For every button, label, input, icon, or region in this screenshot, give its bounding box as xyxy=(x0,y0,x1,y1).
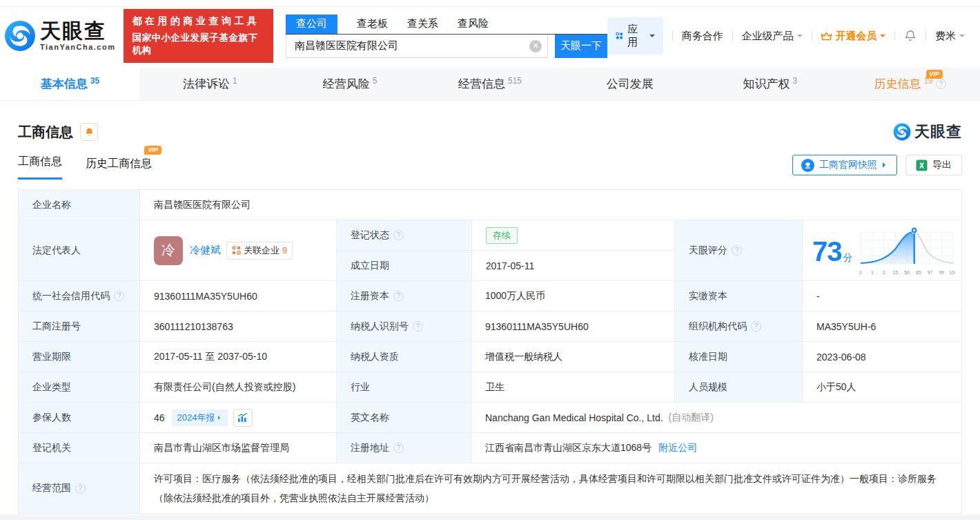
english-name-value: Nanchang Gan Medical Hospital Co., Ltd. xyxy=(485,412,663,423)
grid-apps-icon xyxy=(616,30,623,41)
search-input[interactable] xyxy=(286,35,548,58)
help-icon[interactable]: ? xyxy=(75,483,86,494)
table-row: 参保人数 46 2024年报 xyxy=(19,403,961,433)
field-label: 人员规模 xyxy=(674,372,802,402)
legal-rep-avatar[interactable]: 冷 xyxy=(154,236,183,265)
svg-text:1: 1 xyxy=(870,270,873,275)
field-label: 经营范围? xyxy=(19,463,139,513)
field-label: 成立日期 xyxy=(337,251,471,280)
apps-label: 应用 xyxy=(627,23,642,49)
bell-icon xyxy=(84,127,95,137)
chevron-down-icon xyxy=(959,35,965,40)
company-type-value: 有限责任公司(自然人投资或控股) xyxy=(139,372,336,402)
annual-report-badge[interactable]: 2024年报 xyxy=(172,410,228,426)
brand-watermark: 天眼查 xyxy=(893,122,962,142)
help-icon[interactable]: ? xyxy=(393,291,404,301)
org-code-value: MA35Y5UH-6 xyxy=(802,311,961,341)
svg-text:50: 50 xyxy=(904,270,910,275)
nav-open-membership[interactable]: 开通会员 xyxy=(821,30,885,43)
taxpayer-quality-value: 增值税一般纳税人 xyxy=(471,342,674,372)
help-icon[interactable]: ? xyxy=(114,291,124,301)
svg-text:0: 0 xyxy=(859,270,862,275)
tab-intellectual-property[interactable]: 知识产权3 xyxy=(700,68,840,100)
tab-business-info[interactable]: 经营信息515 xyxy=(420,68,560,100)
trend-chart-button[interactable] xyxy=(233,409,253,427)
header: 天眼查 TianYanCha.com 都在用的商业查询工具 国家中小企业发展子基… xyxy=(0,7,980,68)
table-row: 企业名称 南昌赣医医院有限公司 xyxy=(19,190,961,220)
svg-text:85: 85 xyxy=(916,270,921,275)
table-row: 经营范围? 许可项目：医疗服务（依法须经批准的项目，经相关部门批准后在许可有效期… xyxy=(19,463,961,513)
related-companies-badge[interactable]: 关联企业 9 xyxy=(226,242,293,260)
help-icon[interactable]: ? xyxy=(393,443,404,453)
field-label: 登记机关 xyxy=(19,433,139,463)
field-label: 组织机构代码? xyxy=(674,311,802,341)
subtab-business-registration[interactable]: 工商信息 xyxy=(18,155,62,180)
search-tab-relation[interactable]: 查关系 xyxy=(407,15,438,34)
field-label: 注册资本? xyxy=(336,281,471,311)
search-button[interactable]: 天眼一下 xyxy=(555,35,607,58)
tab-basic-info[interactable]: 基本信息35 xyxy=(0,68,140,100)
reg-number-value: 360111210138763 xyxy=(139,311,336,341)
reg-address-value: 江西省南昌市青山湖区京东大道1068号 xyxy=(485,442,651,454)
tab-business-risk[interactable]: 经营风险5 xyxy=(280,68,420,100)
nav-cooperation[interactable]: 商务合作 xyxy=(682,30,723,43)
subtab-history-registration[interactable]: VIP 历史工商信息 xyxy=(86,157,152,180)
notifications-bell[interactable] xyxy=(904,30,917,42)
stamp-icon xyxy=(801,159,814,172)
score-unit: 分 xyxy=(843,252,853,264)
credit-code-value: 91360111MA35Y5UH60 xyxy=(139,281,336,311)
search-tab-risk[interactable]: 查风险 xyxy=(458,15,489,34)
table-row: 登记机关 南昌市青山湖区市场监督管理局 注册地址? 江西省南昌市青山湖区京东大道… xyxy=(19,433,961,463)
network-icon xyxy=(232,246,241,255)
score-distribution-chart: 0131550859799100 xyxy=(859,226,955,277)
help-icon[interactable]: ? xyxy=(413,321,423,331)
official-snapshot-button[interactable]: 工商官网快照 xyxy=(792,155,897,175)
search-tab-company[interactable]: 查公司 xyxy=(286,15,337,34)
tianyancha-logo[interactable]: 天眼查 TianYanCha.com xyxy=(4,20,115,52)
chevron-down-icon xyxy=(649,35,655,40)
help-icon[interactable]: ? xyxy=(732,245,742,256)
field-label: 纳税人识别号? xyxy=(336,311,471,341)
svg-text:15: 15 xyxy=(892,270,898,275)
nearby-companies-link[interactable]: 附近公司 xyxy=(658,442,697,454)
logo-brand: 天眼查 xyxy=(40,21,115,41)
svg-text:3: 3 xyxy=(882,270,885,275)
field-label: 统一社会信用代码? xyxy=(19,281,139,311)
help-icon[interactable]: ? xyxy=(936,79,946,89)
english-name-cell: Nanchang Gan Medical Hospital Co., Ltd. … xyxy=(471,403,961,432)
user-menu[interactable]: 费米 xyxy=(935,30,965,43)
tab-legal-proceedings[interactable]: 法律诉讼1 xyxy=(140,68,280,100)
nav-enterprise-products[interactable]: 企业级产品 xyxy=(742,30,803,43)
tab-history-info[interactable]: VIP 历史信息19 ? xyxy=(840,68,980,100)
field-label: 企业类型 xyxy=(19,372,139,402)
help-icon[interactable]: ? xyxy=(393,230,404,240)
approval-date-value: 2023-06-08 xyxy=(802,342,961,372)
username: 费米 xyxy=(935,30,956,43)
reg-capital-value: 1000万人民币 xyxy=(471,281,674,311)
legal-rep-name-link[interactable]: 冷健斌 xyxy=(190,244,221,257)
chevron-down-icon xyxy=(797,35,803,40)
promo-line1: 都在用的商业查询工具 xyxy=(132,15,265,28)
field-label: 实缴资本 xyxy=(674,281,802,311)
tianyancha-logo-icon xyxy=(4,20,36,52)
paid-capital-value: - xyxy=(802,281,961,311)
help-icon[interactable]: ? xyxy=(751,321,761,331)
main-content: 工商信息 天眼查 工 xyxy=(0,122,980,514)
field-label: 行业 xyxy=(336,372,471,402)
clear-search-icon[interactable]: ✕ xyxy=(529,40,542,52)
search-tab-boss[interactable]: 查老板 xyxy=(357,15,388,34)
logo-domain: TianYanCha.com xyxy=(40,43,115,51)
field-label: 参保人数 xyxy=(19,403,139,432)
tianyan-score-cell[interactable]: 73 分 xyxy=(802,220,961,280)
status-badge: 存续 xyxy=(486,227,518,244)
table-row: 法定代表人 冷 冷健斌 关联企业 9 xyxy=(19,220,961,281)
subscribe-bell-button[interactable] xyxy=(80,123,98,141)
bar-chart-icon xyxy=(237,413,248,423)
insured-count-cell: 46 2024年报 xyxy=(139,403,336,432)
export-button[interactable]: 导出 xyxy=(905,155,962,175)
bottom-strip xyxy=(0,514,980,520)
business-scope-value: 许可项目：医疗服务（依法须经批准的项目，经相关部门批准后在许可有效期内方可开展经… xyxy=(139,463,961,513)
table-row: 营业期限 2017-05-11 至 2037-05-10 纳税人资质 增值税一般… xyxy=(19,342,961,372)
tab-company-development[interactable]: 公司发展 xyxy=(560,68,700,100)
apps-menu-button[interactable]: 应用 xyxy=(607,17,663,55)
